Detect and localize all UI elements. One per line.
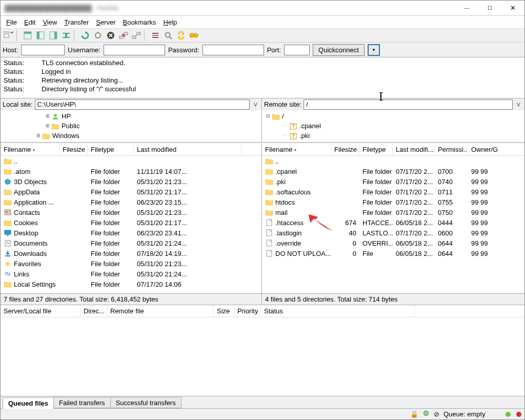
- list-item[interactable]: DocumentsFile folder05/31/20 21:24...: [1, 238, 261, 248]
- username-input[interactable]: [104, 45, 165, 55]
- queue-column-header[interactable]: Server/Local file: [1, 305, 80, 317]
- menu-transfer[interactable]: Transfer: [60, 17, 92, 27]
- folder-icon: [4, 188, 12, 195]
- list-item[interactable]: LinksFile folder05/31/20 21:24...: [1, 269, 261, 279]
- site-manager-button[interactable]: [3, 29, 15, 42]
- process-queue-button[interactable]: [92, 29, 104, 42]
- list-item[interactable]: CookiesFile folder05/31/20 21:17...: [1, 217, 261, 228]
- list-item[interactable]: mailFile folder07/17/20 2...075099 99: [262, 207, 524, 217]
- list-item[interactable]: Local SettingsFile folder07/17/20 14:06: [1, 279, 261, 289]
- local-tree[interactable]: ⊞HP⊞Public⊞Windows: [1, 110, 262, 143]
- list-header[interactable]: Filename▴FilesizeFiletypeLast modified: [1, 144, 261, 156]
- local-path-dropdown[interactable]: ⋁: [252, 102, 259, 107]
- list-item[interactable]: AppDataFile folder05/31/20 21:17...: [1, 187, 261, 197]
- list-item[interactable]: DO NOT UPLOA...0File06/05/18 2...064499 …: [262, 248, 524, 258]
- cancel-button[interactable]: [105, 29, 117, 42]
- list-item[interactable]: htdocsFile folder07/17/20 2...075599 99: [262, 197, 524, 207]
- toggle-local-tree-button[interactable]: [34, 29, 47, 42]
- menu-edit[interactable]: Edit: [21, 17, 39, 27]
- column-header[interactable]: Filesize: [59, 144, 88, 155]
- tab-queued-files[interactable]: Queued files: [3, 397, 54, 409]
- quickconnect-button[interactable]: Quickconnect: [313, 44, 365, 56]
- queue-header[interactable]: Server/Local fileDirec...Remote fileSize…: [1, 305, 524, 317]
- remote-file-list[interactable]: Filename▴FilesizeFiletypeLast modifi...P…: [262, 144, 524, 293]
- message-log[interactable]: Status:TLS connection established.Status…: [1, 57, 524, 98]
- queue-body[interactable]: [1, 317, 524, 396]
- column-header[interactable]: Permissi...: [435, 144, 468, 155]
- column-header[interactable]: Last modified: [134, 144, 241, 155]
- list-item[interactable]: .atomFile folder11/11/19 14:07...: [1, 166, 261, 176]
- find-button[interactable]: [188, 29, 200, 42]
- tree-item[interactable]: ⊞HP: [1, 111, 261, 121]
- column-header[interactable]: Filename▴: [1, 144, 59, 155]
- remote-path-input[interactable]: [304, 99, 513, 110]
- tree-toggle[interactable]: ⊞: [45, 111, 50, 121]
- column-header[interactable]: Filename▴: [262, 144, 331, 155]
- menu-server[interactable]: Server: [92, 17, 119, 27]
- queue-column-header[interactable]: Size: [214, 305, 234, 317]
- tree-item[interactable]: ⋯?.pki: [262, 131, 524, 141]
- close-button[interactable]: ✕: [501, 1, 524, 15]
- maximize-button[interactable]: ☐: [478, 1, 501, 15]
- tree-toggle[interactable]: ⊟: [265, 111, 271, 121]
- refresh-button[interactable]: [79, 29, 91, 42]
- tab-successful-transfers[interactable]: Successful transfers: [110, 397, 181, 408]
- host-input[interactable]: [21, 45, 65, 55]
- folder-icon: [265, 178, 273, 185]
- column-header[interactable]: Last modifi...: [393, 144, 435, 155]
- tree-toggle[interactable]: ⊞: [45, 121, 50, 131]
- tree-item[interactable]: ⋯?.cpanel: [262, 121, 524, 131]
- tree-item[interactable]: ⊞Public: [1, 121, 261, 131]
- list-item[interactable]: .htaccess674HTACCE...06/05/18 2...044499…: [262, 217, 524, 228]
- gear-icon[interactable]: [422, 410, 430, 418]
- list-header[interactable]: Filename▴FilesizeFiletypeLast modifi...P…: [262, 144, 524, 156]
- list-item[interactable]: ..: [262, 156, 524, 166]
- list-item[interactable]: 3D ObjectsFile folder05/31/20 21:23...: [1, 176, 261, 187]
- compare-button[interactable]: [60, 29, 72, 42]
- list-item[interactable]: ..: [1, 156, 261, 166]
- tree-item[interactable]: ⊞Windows: [1, 131, 261, 141]
- list-item[interactable]: .lastlogin40LASTLO...07/17/20 2...060099…: [262, 228, 524, 238]
- queue-column-header[interactable]: Status: [261, 305, 415, 317]
- sync-browse-button[interactable]: [175, 29, 187, 42]
- menu-view[interactable]: View: [39, 17, 60, 27]
- menu-help[interactable]: Help: [160, 17, 181, 27]
- password-input[interactable]: [203, 45, 264, 55]
- port-input[interactable]: [284, 45, 310, 55]
- list-item[interactable]: FavoritesFile folder05/31/20 21:23...: [1, 258, 261, 269]
- queue-column-header[interactable]: Remote file: [107, 305, 214, 317]
- list-item[interactable]: DownloadsFile folder07/18/20 14:19...: [1, 248, 261, 258]
- local-path-input[interactable]: [35, 99, 250, 110]
- list-item[interactable]: .softaculousFile folder07/17/20 2...0711…: [262, 187, 524, 197]
- tree-item[interactable]: ⊟/: [262, 111, 524, 121]
- list-item[interactable]: .pkiFile folder07/17/20 2...074099 99: [262, 176, 524, 187]
- svg-line-30: [170, 37, 172, 39]
- column-header[interactable]: Filesize: [331, 144, 359, 155]
- toggle-log-button[interactable]: [22, 29, 34, 42]
- search-button[interactable]: [162, 29, 174, 42]
- local-file-list[interactable]: Filename▴FilesizeFiletypeLast modified..…: [1, 144, 261, 293]
- menu-file[interactable]: File: [3, 17, 21, 27]
- list-item[interactable]: .override0OVERRI...06/05/18 2...064499 9…: [262, 238, 524, 248]
- disconnect-button[interactable]: [117, 29, 130, 42]
- list-item[interactable]: .cpanelFile folder07/17/20 2...070099 99: [262, 166, 524, 176]
- remote-path-dropdown[interactable]: ⋁: [515, 102, 522, 107]
- tab-failed-transfers[interactable]: Failed transfers: [53, 397, 111, 408]
- list-item[interactable]: DesktopFile folder06/23/20 23:41...: [1, 228, 261, 238]
- remote-tree[interactable]: ⊟/⋯?.cpanel⋯?.pki: [262, 110, 524, 143]
- toggle-remote-tree-button[interactable]: [47, 29, 59, 42]
- tree-toggle[interactable]: ⊞: [35, 131, 41, 141]
- queue-column-header[interactable]: Direc...: [80, 305, 107, 317]
- list-item[interactable]: Application ...File folder06/23/20 23:15…: [1, 197, 261, 207]
- filter-button[interactable]: [149, 29, 161, 42]
- column-header[interactable]: Filetype: [88, 144, 134, 155]
- list-item[interactable]: ContactsFile folder05/31/20 21:23...: [1, 207, 261, 217]
- reconnect-button[interactable]: [130, 29, 143, 42]
- quickconnect-history-button[interactable]: ▼: [368, 44, 380, 56]
- column-header[interactable]: Filetype: [359, 144, 393, 155]
- menu-bookmarks[interactable]: Bookmarks: [119, 17, 160, 27]
- titlebar[interactable]: ████████████████████ - FileZilla — ☐ ✕: [1, 1, 524, 16]
- column-header[interactable]: Owner/G...: [468, 144, 499, 155]
- queue-column-header[interactable]: Priority: [234, 305, 261, 317]
- minimize-button[interactable]: —: [455, 1, 478, 15]
